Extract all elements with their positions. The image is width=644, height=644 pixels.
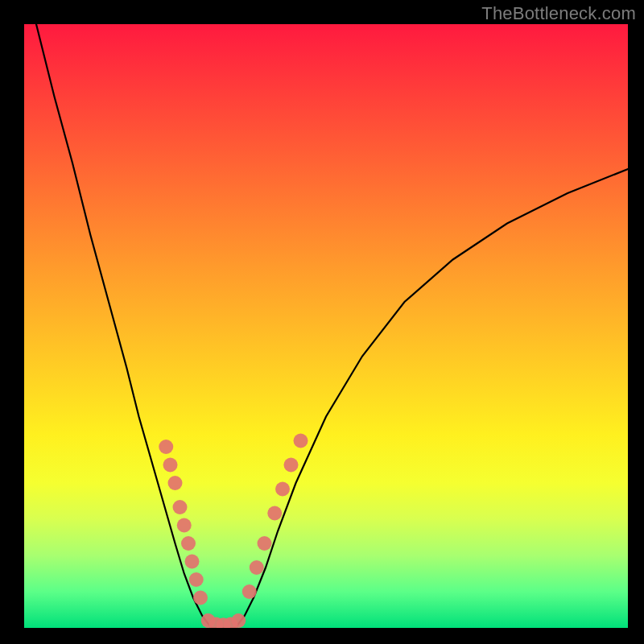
marker-point	[258, 536, 272, 551]
chart-svg	[24, 24, 628, 628]
marker-point	[189, 572, 204, 587]
marker-layer	[159, 434, 308, 629]
marker-point	[163, 458, 178, 473]
chart-frame: TheBottleneck.com	[0, 0, 644, 644]
marker-point	[267, 506, 282, 521]
marker-point	[168, 476, 183, 490]
marker-point	[177, 518, 192, 533]
marker-point	[275, 482, 290, 497]
marker-point	[159, 440, 173, 454]
marker-point	[173, 500, 188, 514]
marker-point	[181, 536, 196, 551]
marker-point	[250, 560, 264, 575]
marker-point	[185, 555, 200, 569]
marker-point	[193, 591, 208, 605]
plot-area	[24, 24, 628, 628]
curve-layer	[36, 24, 628, 628]
curve-right-branch	[236, 169, 629, 628]
marker-point	[242, 584, 257, 599]
marker-point	[284, 458, 299, 473]
marker-point	[231, 613, 246, 628]
marker-point	[294, 434, 308, 448]
attribution-text: TheBottleneck.com	[481, 3, 636, 24]
